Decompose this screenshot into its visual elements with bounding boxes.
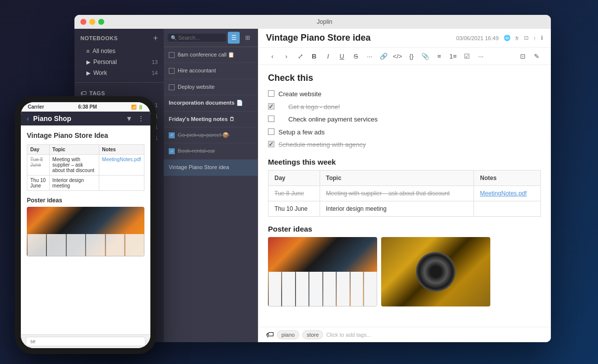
white-key <box>350 272 364 306</box>
note-text: Book-rental-car <box>178 147 215 155</box>
underline-button[interactable]: U <box>335 50 348 62</box>
tag-piano[interactable]: piano <box>277 330 299 339</box>
numbered-list-button[interactable]: 1≡ <box>447 50 460 62</box>
list-item[interactable]: Hire accountant <box>164 63 258 79</box>
phone-nav-icons: ▼ ⋮ <box>126 115 144 122</box>
more-options-icon[interactable]: ⋮ <box>137 115 144 122</box>
white-key <box>296 272 309 306</box>
more-text-button[interactable]: ··· <box>363 50 376 62</box>
list-item[interactable]: Incorporation documents 📄 <box>164 95 258 111</box>
note-text: 8am conference call 📋 <box>178 51 235 59</box>
checklist-button[interactable]: ☑ <box>461 50 473 62</box>
notebooks-section: NOTEBOOKS + <box>74 29 164 46</box>
tag-store[interactable]: store <box>302 330 323 339</box>
strikethrough-button[interactable]: S <box>349 50 362 62</box>
toggle-layout-icon[interactable]: ⊡ <box>524 35 529 41</box>
edit-button[interactable]: ✎ <box>530 50 543 62</box>
check-this-heading: Check this <box>268 73 541 83</box>
checkbox[interactable] <box>169 68 175 74</box>
checkbox[interactable] <box>169 52 175 58</box>
list-item-active[interactable]: Vintage Piano Store idea <box>164 160 258 176</box>
list-view-button[interactable]: ☰ <box>228 32 240 44</box>
notes-icon: ≡ <box>86 48 89 54</box>
list-item[interactable]: ✓ Book-rental-car <box>164 143 258 159</box>
search-input[interactable] <box>178 35 223 41</box>
sidebar-item-all-notes[interactable]: ≡ All notes <box>74 46 164 57</box>
editor-content: Check this Create website ✓ Get a logo -… <box>258 65 551 327</box>
col-header-notes: Notes <box>474 170 541 185</box>
share-icon[interactable]: ↑ <box>533 35 536 41</box>
chevron-right-icon: ▶ <box>86 59 90 65</box>
phone-notes-1[interactable]: MeetingNotes.pdf <box>99 155 144 176</box>
add-notebook-button[interactable]: + <box>153 34 158 43</box>
meeting-notes-link[interactable]: MeetingNotes.pdf <box>480 190 527 197</box>
search-icon: 🔍 <box>171 35 177 41</box>
note-list-panel: 🔍 ☰ ⊞ 8am conference call 📋 Hire account… <box>164 29 258 342</box>
checklist-checkbox-3[interactable] <box>268 116 274 122</box>
code-block-button[interactable]: {} <box>405 50 418 62</box>
table-row: Tue 8 June Meeting with supplier – ask a… <box>268 185 541 201</box>
editor-meta: 03/06/2021 16:49 🌐 fr ⊡ ↑ ℹ <box>456 35 543 41</box>
phone-meeting-link[interactable]: MeetingNotes.pdf <box>102 157 141 162</box>
sidebar-item-personal[interactable]: ▶ Personal 13 <box>74 57 164 67</box>
more-tools-button[interactable]: ··· <box>474 50 487 62</box>
checklist-text-4: Setup a few ads <box>278 127 325 137</box>
phone-piano-image <box>27 207 144 256</box>
checkbox[interactable] <box>169 84 175 90</box>
note-text: Hire accountant <box>178 67 216 74</box>
list-item[interactable]: Friday's Meeting notes 🗒 <box>164 112 258 127</box>
checkbox-checked[interactable]: ✓ <box>169 148 175 154</box>
list-item[interactable]: Deploy website <box>164 79 258 95</box>
minimize-button[interactable] <box>89 19 95 25</box>
checklist-text-2: Get a logo - done! <box>278 102 340 112</box>
close-button[interactable] <box>80 19 86 25</box>
turntable-background <box>381 237 490 306</box>
editor-panel: Vintage Piano Store idea 03/06/2021 16:4… <box>258 29 551 342</box>
back-button[interactable]: ‹ <box>266 50 279 62</box>
work-count: 14 <box>152 70 158 76</box>
phone-piano-background <box>27 207 144 256</box>
add-tag-label[interactable]: Click to add tags... <box>326 332 371 338</box>
forward-button[interactable]: › <box>280 50 293 62</box>
info-icon[interactable]: ℹ <box>541 35 543 41</box>
toggle-view-button[interactable]: ⊡ <box>516 50 529 62</box>
chevron-right-icon-work: ▶ <box>86 70 90 76</box>
table-row: Tue 8 June Meeting with supplier – ask a… <box>27 155 144 176</box>
checklist-checkbox-2[interactable]: ✓ <box>268 103 274 110</box>
list-item[interactable]: ✓ Go-pick-up-parcel 📦 <box>164 127 258 143</box>
checklist-checkbox-1[interactable] <box>268 90 274 97</box>
bullet-list-button[interactable]: ≡ <box>433 50 446 62</box>
status-icons: 📶 🔋 <box>131 105 143 110</box>
bold-button[interactable]: B <box>308 50 321 62</box>
tag-car-count: 1 <box>155 102 158 108</box>
filter-icon[interactable]: ▼ <box>126 115 133 122</box>
phone-bottom-input[interactable] <box>26 337 145 346</box>
checkbox-checked[interactable]: ✓ <box>169 132 175 138</box>
fullscreen-button[interactable] <box>98 19 104 25</box>
phone-bottom-bar <box>21 334 150 348</box>
back-arrow-icon[interactable]: ‹ <box>27 115 29 122</box>
sidebar-item-work[interactable]: ▶ Work 14 <box>74 67 164 78</box>
external-link-button[interactable]: ⤢ <box>294 50 307 62</box>
table-cell-notes-1[interactable]: MeetingNotes.pdf <box>474 185 541 201</box>
phone-col-topic: Topic <box>49 145 99 155</box>
checklist-checkbox-5[interactable]: ✓ <box>268 141 274 147</box>
list-item[interactable]: 8am conference call 📋 <box>164 47 258 63</box>
battery-icon: 🔋 <box>138 105 143 110</box>
phone-white-key <box>86 234 105 256</box>
phone-topic-2: Interior design meeting <box>49 176 99 191</box>
grid-view-button[interactable]: ⊞ <box>242 32 254 44</box>
link-button[interactable]: 🔗 <box>377 50 390 62</box>
phone-col-day: Day <box>27 145 50 155</box>
tag-icon: 🏷 <box>80 90 86 97</box>
search-box[interactable]: 🔍 <box>168 34 226 42</box>
traffic-lights <box>80 19 104 25</box>
checklist-checkbox-4[interactable] <box>268 128 274 135</box>
white-key <box>309 272 323 306</box>
col-header-topic: Topic <box>320 170 474 185</box>
editor-date: 03/06/2021 16:49 <box>456 35 499 41</box>
code-button[interactable]: </> <box>391 50 404 62</box>
attachment-button[interactable]: 📎 <box>419 50 432 62</box>
table-cell-day-2: Thu 10 June <box>268 201 320 216</box>
italic-button[interactable]: I <box>322 50 334 62</box>
